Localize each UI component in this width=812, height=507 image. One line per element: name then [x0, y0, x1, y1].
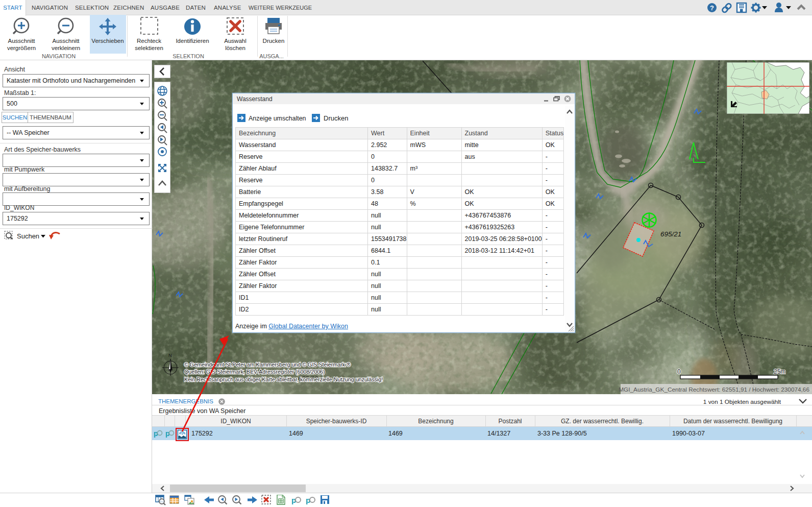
svg-text:Kein Rechtsanpruch aus obiger: Kein Rechtsanpruch aus obiger Karte able… — [184, 376, 383, 382]
svg-text:© Gemeindeamt St.Peter am Kamm: © Gemeindeamt St.Peter am Kammersberg un… — [184, 361, 351, 368]
svg-text:Drucken: Drucken — [324, 114, 348, 122]
svg-text:MGI_Austria_GK_Central Rechtsw: MGI_Austria_GK_Central Rechtswert: 62551… — [619, 386, 809, 393]
svg-text:Anzeige umschalten: Anzeige umschalten — [249, 115, 306, 122]
svg-text:N: N — [168, 353, 172, 358]
svg-text:695/21: 695/21 — [660, 230, 681, 238]
svg-text:?: ? — [710, 4, 714, 12]
svg-text:Quellen: GIS Steiermark, BEV-A: Quellen: GIS Steiermark, BEV-Adressregis… — [184, 369, 325, 375]
svg-text:Suchen: Suchen — [17, 232, 39, 240]
svg-text:25m: 25m — [774, 368, 785, 375]
svg-text:0: 0 — [677, 368, 681, 375]
